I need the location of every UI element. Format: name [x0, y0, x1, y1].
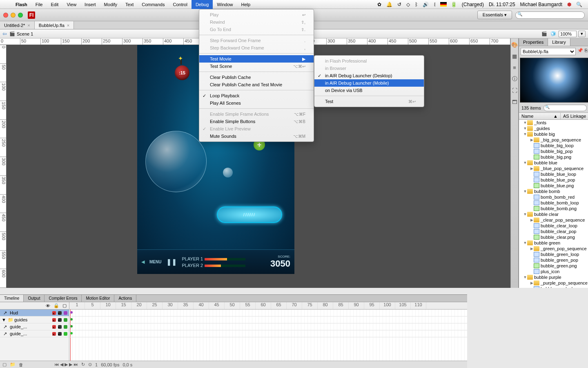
library-item[interactable]: bubble_green_pop — [519, 257, 588, 263]
library-item[interactable]: bubble_green_loop — [519, 251, 588, 257]
layer-list[interactable]: ↗Hud×•▼📁guides×•↗guide_...×•↗guide_...×• — [0, 310, 69, 361]
menu-item[interactable]: ✓Loop Playback — [199, 92, 314, 99]
doc-tab[interactable]: Untitled-2*× — [0, 21, 35, 29]
library-item[interactable]: ▶_blue_pop_sequence — [519, 166, 588, 171]
library-item[interactable]: bubble_big.png — [519, 154, 588, 160]
menu-item[interactable]: Test Scene⌥⌘↩ — [199, 63, 314, 70]
library-item[interactable]: bubble_blue.png — [519, 183, 588, 188]
library-item[interactable]: bubble_green.png — [519, 263, 588, 269]
sync-icon[interactable]: ↺ — [395, 2, 404, 7]
dropbox-icon[interactable]: ◇ — [404, 2, 412, 7]
wifi-icon[interactable]: ⧙ — [431, 2, 439, 7]
goto-last-icon[interactable]: ⏭ — [74, 362, 78, 367]
layer-row[interactable]: ↗guide_...×• — [0, 330, 69, 337]
workspace-selector[interactable]: Essentials ▾ — [477, 11, 512, 19]
scene-label[interactable]: Scene 1 — [17, 31, 33, 36]
tl-tab-output[interactable]: Output — [24, 295, 45, 302]
library-item[interactable]: bubble_blue_loop — [519, 171, 588, 177]
lock-head-icon[interactable]: 🔒 — [53, 303, 59, 308]
library-item[interactable]: ▼bubble bomb — [519, 188, 588, 194]
menu-item[interactable]: Test Movie▶ — [199, 55, 314, 63]
layer-row[interactable]: ↗Hud×• — [0, 310, 69, 316]
library-item[interactable]: ▼bubble purple — [519, 274, 588, 280]
onion-skin-icon[interactable]: ⊙ — [88, 362, 92, 367]
menu-help[interactable]: Help — [237, 0, 254, 9]
align-panel-icon[interactable]: ≡ — [511, 64, 518, 71]
delete-layer-icon[interactable]: 🗑 — [19, 362, 23, 367]
col-name[interactable]: Name ▲ — [519, 113, 561, 119]
library-item[interactable]: ▼bubble big — [519, 131, 588, 137]
doc-tab[interactable]: BubbleUp.fla× — [35, 21, 74, 29]
menu-file[interactable]: File — [31, 0, 47, 9]
menu-view[interactable]: View — [62, 0, 80, 9]
notifications-icon[interactable]: 🔔 — [384, 2, 395, 7]
tl-tab-timeline[interactable]: Timeline — [0, 295, 24, 302]
close-tab-icon[interactable]: × — [27, 23, 30, 28]
library-item[interactable]: bubble_clear_pop — [519, 229, 588, 234]
library-item[interactable]: ▶_big_pop_sequence — [519, 137, 588, 143]
components-panel-icon[interactable]: 🗔 — [511, 98, 518, 105]
library-item[interactable]: bubble_big_loop — [519, 143, 588, 148]
minimize-window[interactable] — [11, 13, 16, 18]
zoom-window[interactable] — [18, 13, 23, 18]
library-item[interactable]: bubble_bomb_loop — [519, 200, 588, 206]
library-item[interactable]: ▼_fonts — [519, 120, 588, 126]
edit-symbol-icon[interactable]: 🧊 — [550, 31, 557, 37]
library-item[interactable]: bubble_purple_loop — [519, 286, 588, 288]
library-item[interactable]: ▼bubble green — [519, 240, 588, 246]
test-movie-submenu[interactable]: in Flash Professionalin Browser✓in AIR D… — [314, 55, 424, 107]
library-item[interactable]: ▶_purple_pop_sequence — [519, 280, 588, 286]
menu-item[interactable]: Clear Publish Cache — [199, 74, 314, 81]
battery-icon[interactable]: 🔋 — [448, 2, 459, 7]
clock[interactable]: Di. 11:07:25 — [486, 2, 518, 7]
menu-commands[interactable]: Commands — [138, 0, 169, 9]
new-layer-icon[interactable]: ▢ — [2, 362, 7, 367]
new-folder-icon[interactable]: 📁 — [10, 362, 16, 367]
paw-icon[interactable]: ✿ — [375, 2, 384, 7]
library-item[interactable]: bubble_clear_loop — [519, 223, 588, 229]
outline-head-icon[interactable]: ▢ — [62, 303, 67, 308]
panel-tab-properties[interactable]: Properties — [519, 38, 548, 46]
shield-icon[interactable]: ⬢ — [565, 2, 574, 7]
layer-row[interactable]: ▼📁guides×• — [0, 316, 69, 323]
library-item[interactable]: ▼bubble blue — [519, 160, 588, 166]
tl-tab-motion-editor[interactable]: Motion Editor — [82, 295, 114, 302]
col-linkage[interactable]: AS Linkage — [561, 113, 588, 119]
loop-icon[interactable]: ↻ — [81, 362, 85, 367]
library-item[interactable]: ▼bubble clear — [519, 211, 588, 217]
swatches-panel-icon[interactable]: ▦ — [511, 52, 518, 60]
close-window[interactable] — [3, 13, 8, 18]
frame-ruler[interactable]: 1510152025303540455055606570758085909510… — [69, 302, 467, 309]
help-search[interactable] — [515, 11, 585, 19]
library-item[interactable]: bubble_bomb.png — [519, 206, 588, 211]
new-library-icon[interactable]: ⎘ — [585, 48, 588, 55]
color-panel-icon[interactable]: 🎨 — [511, 41, 518, 48]
menu-item[interactable]: in AIR Debug Launcher (Mobile) — [314, 79, 424, 87]
library-tree[interactable]: ▼_fonts▼_guides▼bubble big▶_big_pop_sequ… — [519, 120, 588, 288]
library-item[interactable]: ▶_green_pop_sequence — [519, 246, 588, 251]
library-search[interactable] — [543, 105, 587, 111]
library-item[interactable]: ▼_guides — [519, 126, 588, 131]
play-icon[interactable]: ▶ — [65, 362, 68, 367]
menu-item[interactable]: Enable Simple Buttons⌥⌘B — [199, 118, 314, 125]
library-item[interactable]: bubble_blue_pop — [519, 177, 588, 183]
panel-tab-library[interactable]: Library — [548, 38, 570, 46]
edit-scene-icon[interactable]: 🎬 — [541, 31, 548, 37]
layer-row[interactable]: ↗guide_...×• — [0, 323, 69, 330]
transform-panel-icon[interactable]: ⛶ — [511, 87, 518, 94]
menu-item[interactable]: on Device via USB — [314, 87, 424, 94]
control-menu[interactable]: Play↩Rewind⇧,Go To End⇧.Step Forward One… — [199, 9, 314, 142]
menu-edit[interactable]: Edit — [47, 0, 62, 9]
step-forward-icon[interactable]: ▶ — [69, 362, 72, 367]
library-doc-select[interactable]: BubbleUp.fla — [521, 48, 576, 55]
menu-text[interactable]: Text — [121, 0, 138, 9]
library-item[interactable]: bomb_bomb_red — [519, 194, 588, 200]
menu-modify[interactable]: Modify — [100, 0, 121, 9]
visibility-head-icon[interactable]: 👁 — [46, 303, 50, 308]
zoom-input[interactable] — [559, 31, 577, 37]
goto-first-icon[interactable]: ⏮ — [54, 362, 59, 367]
menu-item[interactable]: ✓in AIR Debug Launcher (Desktop) — [314, 72, 424, 79]
zoom-dropdown-icon[interactable]: ▾ — [578, 31, 586, 37]
input-flag-de[interactable] — [440, 2, 447, 7]
menu-debug[interactable]: Debug — [192, 0, 213, 9]
